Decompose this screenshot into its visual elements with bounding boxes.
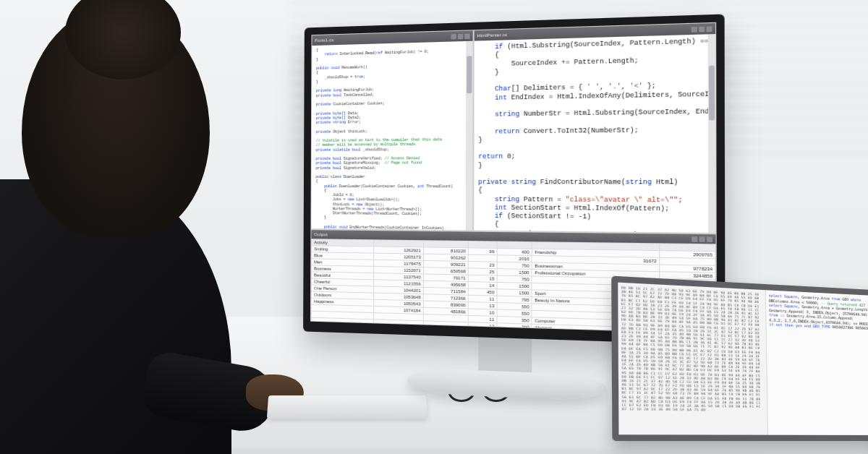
scrollbar[interactable] [465,41,472,231]
right-code-pane[interactable]: HtmlParser.cs if (Html.Substring(SourceI… [473,22,717,234]
hex-dump-panel[interactable]: 00 0B 16 21 2C 37 42 4D 58 63 6E 79 84 8… [618,283,767,435]
keyboard [267,395,427,419]
window-buttons[interactable] [451,33,469,39]
laptop-screen: 00 0B 16 21 2C 37 42 4D 58 63 6E 79 84 8… [618,283,868,435]
person-silhouette [0,0,289,454]
window-buttons[interactable] [692,26,712,32]
laptop: 00 0B 16 21 2C 37 42 4D 58 63 6E 79 84 8… [611,276,868,441]
pane-title-text: Output [314,232,328,236]
pane-title-text: HtmlParser.cs [477,33,507,38]
code-editor-right[interactable]: if (Html.Substring(SourceIndex, Pattern.… [474,34,716,234]
left-code-pane[interactable]: Form1.cs { return Interlocked.Read(ref W… [310,30,473,231]
code-editor-left[interactable]: { return Interlocked.Read(ref WaitingFor… [311,41,472,231]
scrollbar[interactable] [708,34,716,233]
photo-scene: Form1.cs { return Interlocked.Read(ref W… [0,0,868,454]
window-buttons[interactable] [692,236,712,242]
sql-code-panel[interactable]: select Square, Geometry.Area from GEO wh… [766,290,868,435]
column-header[interactable] [468,241,497,249]
pane-title-text: Form1.cs [315,38,333,43]
